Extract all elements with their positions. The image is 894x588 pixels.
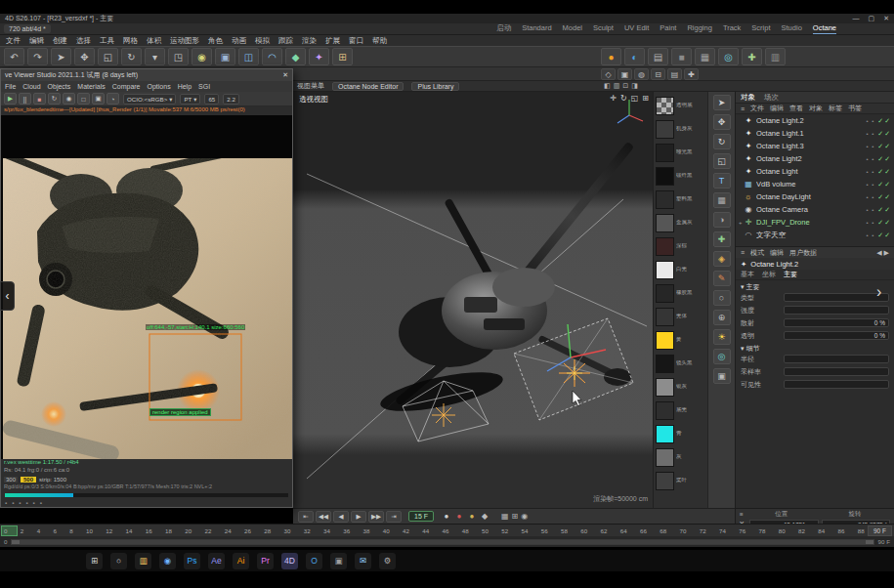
material-swatch[interactable]: 桨叶 — [654, 469, 707, 492]
visibility-dots-icon[interactable]: • • — [866, 182, 874, 188]
lv-play-icon[interactable]: ▶ — [4, 93, 17, 105]
scale-icon[interactable]: ◱ — [98, 48, 118, 65]
autokey-icon[interactable]: ● — [466, 512, 478, 521]
orbit-view-icon[interactable]: ↻ — [620, 94, 627, 103]
attribute-value-field[interactable] — [784, 306, 889, 315]
om-menu-tag[interactable]: 标签 — [829, 104, 842, 113]
sound-icon[interactable]: ◉ — [521, 512, 528, 521]
object-row[interactable]: ◠ 文字天空 • • ✓✓ — [736, 229, 894, 241]
deformer-icon[interactable]: ✦ — [309, 48, 329, 65]
octane-material-icon[interactable]: ■ — [671, 48, 692, 65]
hamburger-icon[interactable]: ≡ — [741, 249, 745, 256]
object-name[interactable]: Octane Light.2 — [756, 116, 866, 125]
object-row[interactable]: ▦ VdB volume • • ✓✓ — [736, 178, 894, 190]
generator-icon[interactable]: ◆ — [285, 48, 306, 65]
material-swatch[interactable]: 透明底 — [654, 94, 707, 117]
menu-item[interactable]: 体积 — [147, 36, 161, 46]
footer-icon[interactable]: ▪ — [19, 500, 21, 506]
material-swatch[interactable]: 黄 — [654, 328, 707, 352]
pan-view-icon[interactable]: ✛ — [610, 94, 617, 103]
rotate-tool-icon[interactable]: ↻ — [713, 134, 731, 149]
attribute-value-field[interactable] — [784, 293, 889, 302]
toggle-views-icon[interactable]: ⊞ — [642, 94, 649, 103]
material-tool-icon[interactable]: ▣ — [713, 368, 731, 384]
object-row[interactable]: ☼ Octane DayLight • • ✓✓ — [736, 190, 894, 203]
tab-objects[interactable]: 对象 — [741, 93, 755, 103]
attr-menu-userdata[interactable]: 用户数据 — [789, 248, 817, 258]
enabled-check-icon[interactable]: ✓✓ — [877, 193, 891, 201]
om-menu-bookmark[interactable]: 书签 — [848, 104, 862, 113]
mograph-icon[interactable]: ⊞ — [332, 48, 353, 65]
maximize-button[interactable]: ▢ — [869, 15, 875, 21]
viewport-label[interactable]: 透视视图 — [299, 95, 328, 105]
footer-icon[interactable]: ▪ — [40, 500, 42, 506]
layout-preset[interactable]: Paint — [660, 23, 676, 34]
visibility-dots-icon[interactable]: • • — [866, 232, 874, 238]
illustrator-icon[interactable]: Ai — [233, 553, 249, 569]
object-name[interactable]: Octane Light2 — [756, 154, 866, 163]
snap-tool-icon[interactable]: ◈ — [713, 251, 731, 267]
visibility-dots-icon[interactable]: • • — [866, 194, 874, 200]
octane-node-icon[interactable]: ▤ — [648, 48, 668, 65]
menu-item[interactable]: 渲染 — [302, 36, 317, 46]
target-tool-icon[interactable]: ◎ — [713, 349, 731, 364]
octane-liveviewer-icon[interactable]: ◐ — [624, 48, 645, 65]
enabled-check-icon[interactable]: ✓✓ — [877, 117, 891, 125]
attr-menu-edit[interactable]: 编辑 — [770, 248, 784, 258]
material-thumbnail[interactable] — [656, 144, 674, 162]
gamma-field[interactable]: 2.2 — [223, 94, 239, 105]
layout-preset[interactable]: Standard — [522, 23, 551, 34]
material-thumbnail[interactable] — [656, 167, 674, 186]
visibility-dots-icon[interactable]: • • — [866, 220, 874, 226]
menu-item[interactable]: 网格 — [123, 36, 138, 46]
tab-octane-node-editor[interactable]: Octane Node Editor — [332, 82, 404, 91]
light-tool-icon[interactable]: ☀ — [713, 329, 731, 345]
object-name[interactable]: 文字天空 — [756, 231, 866, 240]
material-thumbnail[interactable] — [656, 401, 674, 420]
octane-texture-icon[interactable]: ▦ — [695, 48, 715, 65]
goto-start-button[interactable]: ⇤ — [298, 511, 314, 523]
material-swatch[interactable]: 碳纤黑 — [654, 164, 707, 188]
layout-split-icon[interactable]: ◧ — [604, 82, 611, 90]
enabled-check-icon[interactable]: ✓✓ — [877, 155, 891, 163]
scale-tool-icon[interactable]: ◱ — [713, 153, 731, 169]
layout-preset[interactable]: Sculpt — [593, 23, 614, 34]
attribute-tab[interactable]: 基本 — [741, 270, 754, 279]
object-row[interactable]: ✦ Octane Light.2 • • ✓✓ — [736, 114, 894, 127]
live-viewer-close-button[interactable]: ✕ — [282, 71, 288, 79]
octane-tex2-icon[interactable]: ◍ — [634, 68, 649, 80]
live-viewer-menu-item[interactable]: Materials — [77, 83, 105, 90]
next-arrow-button[interactable]: › — [876, 283, 881, 301]
spline-icon[interactable]: ◠ — [262, 48, 282, 65]
octane-rendersettings-icon[interactable]: ▤ — [667, 68, 682, 80]
zoom-view-icon[interactable]: ◱ — [631, 94, 639, 103]
keyframe-icon[interactable]: ◆ — [479, 512, 490, 521]
attribute-tab[interactable]: 坐标 — [762, 270, 776, 279]
visibility-dots-icon[interactable]: • • — [866, 169, 874, 175]
explorer-icon[interactable]: ▥ — [135, 553, 151, 569]
play-button[interactable]: ▶ — [351, 511, 366, 523]
layout-preset[interactable]: Octane — [813, 23, 836, 34]
select-icon[interactable]: ➤ — [51, 48, 71, 65]
redo-icon[interactable]: ↷ — [27, 48, 48, 65]
live-viewer-menu-item[interactable]: Compare — [112, 83, 141, 90]
material-thumbnail[interactable] — [656, 472, 674, 490]
goto-end-button[interactable]: ⇥ — [386, 511, 402, 523]
lv-focus-pick-icon[interactable]: ◉ — [63, 93, 75, 105]
material-swatch[interactable]: 深棕 — [654, 234, 707, 258]
om-menu-file[interactable]: 文件 — [750, 104, 764, 113]
move-tool-icon[interactable]: ✥ — [713, 114, 731, 130]
record-button[interactable]: ● — [453, 512, 465, 521]
close-button[interactable]: ✕ — [883, 15, 889, 21]
cinema4d-icon[interactable]: 4D — [281, 553, 298, 569]
object-name[interactable]: Octane Light — [756, 167, 866, 176]
viewport-perspective[interactable]: 透视视图 ✛↻◱⊞ 渲染帧=50000 cm — [293, 92, 653, 508]
attribute-tab[interactable]: 主要 — [784, 270, 797, 279]
material-thumbnail[interactable] — [656, 425, 674, 443]
attr-menu-mode[interactable]: 模式 — [750, 248, 764, 258]
layout-rows-icon[interactable]: ▥ — [614, 82, 620, 90]
menu-item[interactable]: 帮助 — [372, 36, 387, 46]
material-swatch[interactable]: 白壳 — [654, 258, 707, 281]
object-name[interactable]: Octane Light.3 — [756, 142, 866, 150]
attribute-value-field[interactable]: 0 % — [784, 331, 889, 340]
